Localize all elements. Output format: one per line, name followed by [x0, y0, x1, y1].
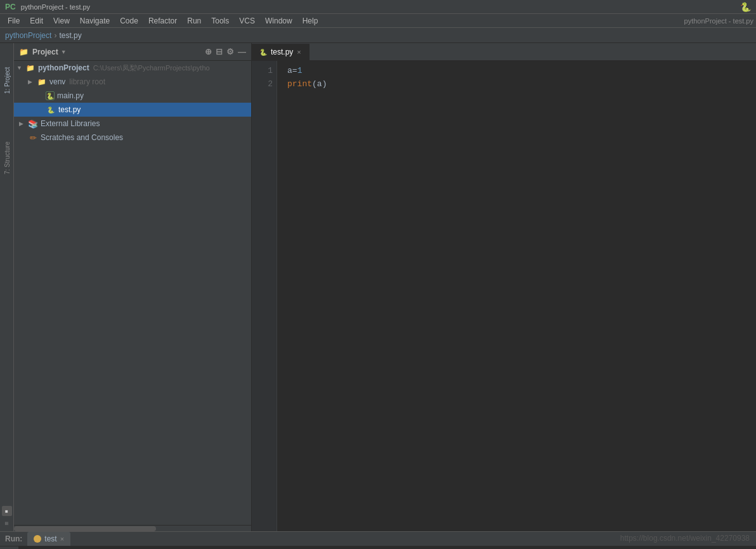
- venv-arrow: ▶: [28, 79, 37, 85]
- app-icon: PC: [5, 3, 16, 11]
- menu-run[interactable]: Run: [182, 15, 206, 27]
- run-left-toolbar: ▶ ■ ↩ ↓ ⚙ 📌 🖨 ✕: [0, 546, 19, 549]
- watermark: https://blog.csdn.net/weixin_42270938: [620, 534, 750, 543]
- menu-file[interactable]: File: [3, 15, 25, 27]
- root-arrow: ▼: [16, 65, 25, 71]
- menu-tools[interactable]: Tools: [206, 15, 234, 27]
- structure-tool-btn[interactable]: 7: Structure: [1, 136, 13, 180]
- collapse-all-btn[interactable]: ⊟: [216, 47, 223, 56]
- code-eq: =: [292, 66, 297, 75]
- code-editor[interactable]: 1 2 a=1 print(a): [252, 61, 756, 531]
- title-text: pythonProject - test.py: [21, 3, 90, 11]
- code-line-1: a=1: [287, 65, 756, 78]
- project-scrollbar[interactable]: [14, 525, 251, 531]
- run-tab-label: test: [44, 534, 56, 543]
- external-icon: 📚: [28, 119, 38, 129]
- terminal-btn[interactable]: ≡: [2, 519, 12, 529]
- tree-root[interactable]: ▼ 📁 pythonProject C:\Users\凤梨\PycharmPro…: [14, 61, 251, 75]
- test-py-label: test.py: [58, 105, 81, 114]
- code-print: print: [287, 79, 312, 89]
- project-tree: ▼ 📁 pythonProject C:\Users\凤梨\PycharmPro…: [14, 61, 251, 525]
- run-output-area: ▶ ■ ↩ ↓ ⚙ 📌 🖨 ✕ C:\Users\凤梨\PycharmProje…: [0, 546, 756, 549]
- left-toolbar: 1: Project 7: Structure ■ ≡: [0, 43, 14, 531]
- editor-tab-test-py[interactable]: 🐍 test.py ×: [252, 44, 310, 60]
- project-title: Project: [32, 48, 58, 56]
- run-label: Run:: [5, 534, 22, 543]
- venv-sublabel: library root: [69, 77, 105, 86]
- line-numbers: 1 2: [252, 61, 277, 531]
- external-label: External Libraries: [41, 119, 100, 128]
- external-arrow: ▶: [19, 120, 28, 127]
- line-num-1: 1: [252, 65, 273, 78]
- tab-py-icon: 🐍: [259, 49, 267, 56]
- notifications-btn[interactable]: ■: [2, 506, 12, 516]
- minimize-panel-btn[interactable]: —: [238, 47, 246, 56]
- root-folder-icon: 📁: [25, 63, 36, 73]
- menu-vcs[interactable]: VCS: [234, 15, 260, 27]
- tree-item-external[interactable]: ▶ 📚 External Libraries: [14, 117, 251, 131]
- run-tab-close[interactable]: ×: [60, 535, 64, 543]
- tab-close-btn[interactable]: ×: [297, 48, 301, 56]
- project-tool-btn[interactable]: 1: Project: [1, 46, 13, 96]
- code-content[interactable]: a=1 print(a): [277, 61, 756, 531]
- main-layout: 1: Project 7: Structure ■ ≡ 📁 Project ▼ …: [0, 43, 756, 531]
- title-center: pythonProject - test.py: [684, 17, 753, 25]
- scratches-label: Scratches and Consoles: [41, 133, 123, 142]
- tab-bar: 🐍 test.py ×: [252, 43, 756, 61]
- line-num-2: 2: [252, 78, 273, 91]
- main-py-label: main.py: [57, 91, 84, 100]
- project-header-icons: ⊕ ⊟ ⚙ —: [205, 47, 246, 56]
- code-line-2: print(a): [287, 78, 756, 91]
- add-content-btn[interactable]: ⊕: [205, 47, 212, 56]
- breadcrumb-project[interactable]: pythonProject: [5, 31, 51, 40]
- code-1: 1: [297, 66, 303, 75]
- root-label: pythonProject: [38, 63, 89, 72]
- main-py-icon: 🐍: [46, 91, 55, 100]
- breadcrumb-separator: ›: [54, 31, 56, 40]
- venv-folder-icon: 📁: [37, 77, 47, 87]
- code-lparen: (: [312, 79, 317, 89]
- root-path: C:\Users\凤梨\PycharmProjects\pytho: [93, 63, 210, 73]
- tab-label: test.py: [271, 48, 293, 56]
- run-output: C:\Users\凤梨\PycharmProjects\pythonProjec…: [19, 546, 756, 549]
- title-bar: PC pythonProject - test.py 🐍: [0, 0, 756, 14]
- breadcrumb-file[interactable]: test.py: [59, 31, 81, 40]
- window-icon: 🐍: [740, 2, 751, 12]
- menu-window[interactable]: Window: [260, 15, 297, 27]
- run-tab-test[interactable]: test ×: [27, 532, 70, 546]
- scroll-thumb[interactable]: [14, 526, 156, 531]
- code-a: a: [287, 66, 292, 75]
- menu-code[interactable]: Code: [115, 15, 143, 27]
- menu-view[interactable]: View: [48, 15, 75, 27]
- tree-item-venv[interactable]: ▶ 📁 venv library root: [14, 75, 251, 89]
- menu-navigate[interactable]: Navigate: [75, 15, 115, 27]
- menu-refactor[interactable]: Refactor: [143, 15, 182, 27]
- window-controls: 🐍: [740, 2, 751, 12]
- code-a2: a: [317, 79, 322, 89]
- project-header: 📁 Project ▼ ⊕ ⊟ ⚙ —: [14, 43, 251, 61]
- menu-edit[interactable]: Edit: [25, 15, 48, 27]
- tree-item-test-py[interactable]: 🐍 test.py: [14, 103, 251, 117]
- project-dropdown-icon[interactable]: ▼: [61, 49, 67, 55]
- breadcrumb-bar: pythonProject › test.py: [0, 28, 756, 43]
- settings-btn[interactable]: ⚙: [226, 47, 234, 56]
- code-rparen: ): [322, 79, 327, 89]
- menu-help[interactable]: Help: [297, 15, 323, 27]
- editor-area: 🐍 test.py × 1 2 a=1 print(a): [252, 43, 756, 531]
- tree-item-scratches[interactable]: ✏ Scratches and Consoles: [14, 131, 251, 145]
- test-py-icon: 🐍: [46, 105, 56, 115]
- venv-label: venv: [49, 77, 65, 86]
- project-panel: 📁 Project ▼ ⊕ ⊟ ⚙ — ▼ 📁 pythonProject C:…: [14, 43, 252, 531]
- tree-item-main-py[interactable]: 🐍 main.py: [14, 89, 251, 103]
- scratches-icon: ✏: [28, 132, 38, 143]
- folder-icon: 📁: [19, 48, 29, 56]
- run-tab-icon: [34, 535, 41, 543]
- menu-bar: File Edit View Navigate Code Refactor Ru…: [0, 14, 756, 28]
